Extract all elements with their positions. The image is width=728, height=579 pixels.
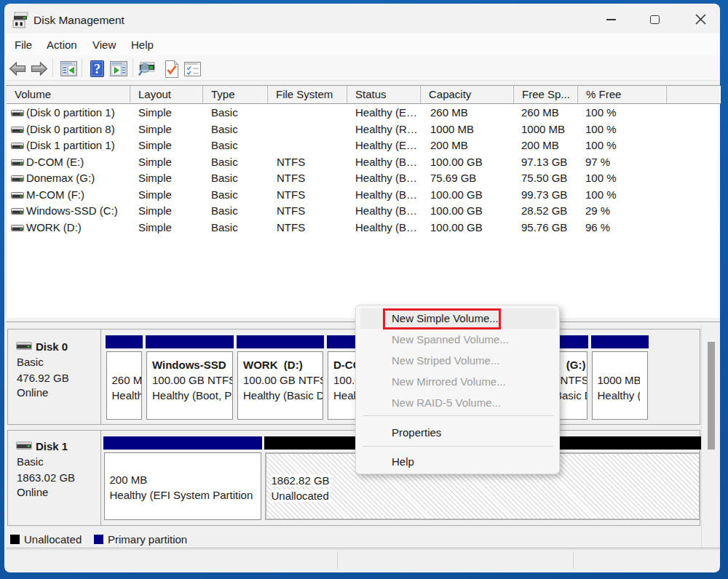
svg-text:?: ? <box>94 62 100 76</box>
